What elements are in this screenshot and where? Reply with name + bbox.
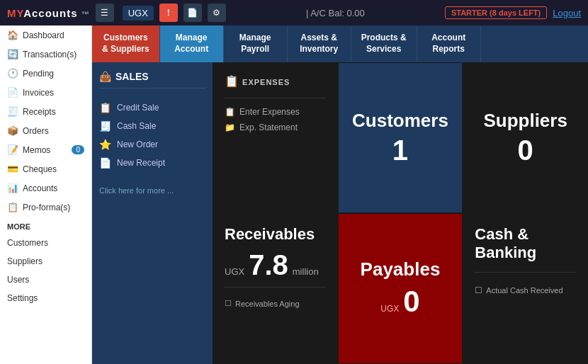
tile-suppliers: Suppliers 0 [463,62,588,213]
sales-item-credit-sale[interactable]: 📋 Credit Sale [99,98,205,117]
sidebar-item-accounts[interactable]: 📊 Accounts [0,178,91,198]
cashbanking-sub: ☐ Actual Cash Received [475,285,576,295]
sales-panel: 👜 SALES 📋 Credit Sale 🧾 Cash Sale ⭐ New … [92,62,213,364]
layout: 🏠 Dashboard 🔄 Transaction(s) 🕐 Pending 📄… [0,25,588,364]
settings-button[interactable]: ⚙ [208,4,226,22]
receivables-currency: UGX [225,266,244,277]
sidebar-item-receipts[interactable]: 🧾 Receipts [0,102,91,121]
proforma-icon: 📋 [7,202,18,212]
tab-products-services[interactable]: Products &Services [351,25,417,62]
pending-icon: 🕐 [7,68,18,79]
cash-sale-label: Cash Sale [117,121,156,131]
sidebar: 🏠 Dashboard 🔄 Transaction(s) 🕐 Pending 📄… [0,25,92,364]
sidebar-item-pending[interactable]: 🕐 Pending [0,64,91,83]
sidebar-label-orders: Orders [23,126,49,136]
orders-icon: 📦 [7,125,18,136]
tile-expenses: 📋 EXPENSES 📋 Enter Expenses 📁 Exp. State… [213,62,338,213]
payables-label: Payables [361,258,441,280]
sidebar-label-receipts: Receipts [23,107,56,117]
suppliers-label: Suppliers [483,110,567,132]
memos-icon: 📝 [7,144,18,155]
sidebar-item-settings[interactable]: Settings [0,289,91,307]
sidebar-item-proforma[interactable]: 📋 Pro-forma(s) [0,198,91,217]
acbal-display: | A/C Bal: 0.00 [239,8,432,18]
starter-badge[interactable]: STARTER (8 days LEFT) [445,6,547,19]
brand-logo: MYAccounts ™ [7,7,90,19]
sidebar-item-orders[interactable]: 📦 Orders [0,121,91,140]
sidebar-label-invoices: Invoices [23,88,54,98]
payables-amount: 0 [403,285,419,319]
customers-label: Customers [352,110,448,132]
sidebar-label-accounts: Accounts [23,183,57,193]
exclamation-button[interactable]: ! [159,4,178,22]
sidebar-label-memos: Memos [23,145,50,155]
sidebar-item-dashboard[interactable]: 🏠 Dashboard [0,25,91,45]
new-receipt-label: New Receipt [117,158,165,168]
credit-sale-icon: 📋 [99,102,111,113]
payables-currency: UGX [380,304,399,314]
cash-sale-icon: 🧾 [99,120,111,132]
tiles-grid: 📋 EXPENSES 📋 Enter Expenses 📁 Exp. State… [213,62,588,364]
sidebar-nav: 🏠 Dashboard 🔄 Transaction(s) 🕐 Pending 📄… [0,25,91,217]
expenses-icon: 📋 [225,75,239,87]
exp-statement-link[interactable]: 📁 Exp. Statement [225,123,326,132]
sidebar-label-pending: Pending [23,69,54,79]
cashbanking-checkbox-icon: ☐ [475,285,482,295]
tab-account-reports[interactable]: AccountReports [417,25,481,62]
tab-customers-suppliers[interactable]: Customers& Suppliers [92,25,160,62]
document-button[interactable]: 📄 [183,4,202,22]
enter-expenses-link[interactable]: 📋 Enter Expenses [225,107,326,117]
content-area: 👜 SALES 📋 Credit Sale 🧾 Cash Sale ⭐ New … [92,62,588,364]
tab-manage-account[interactable]: ManageAccount [160,25,224,62]
currency-display: UGX [123,6,154,21]
sales-item-new-receipt[interactable]: 📄 New Receipt [99,154,205,172]
customers-count: 1 [392,135,408,166]
sidebar-label-cheques: Cheques [23,164,57,174]
receipts-icon: 🧾 [7,106,18,117]
enter-expenses-icon: 📋 [225,107,235,117]
topbar: MYAccounts ™ ☰ UGX ! 📄 ⚙ | A/C Bal: 0.00… [0,0,588,25]
receivables-amount: 7.8 [249,249,288,281]
sidebar-item-transactions[interactable]: 🔄 Transaction(s) [0,45,91,64]
tab-manage-payroll[interactable]: ManagePayroll [224,25,288,62]
suppliers-center: Suppliers 0 [475,74,576,201]
sales-header: 👜 SALES [99,71,205,89]
dashboard-icon: 🏠 [7,30,18,40]
nav-tabs: Customers& Suppliers ManageAccount Manag… [92,25,588,62]
exp-statement-icon: 📁 [225,123,235,132]
receivables-label: Receivables [225,225,326,244]
receivables-aging-link[interactable]: ☐ Receivables Aging [225,299,326,308]
logout-button[interactable]: Logout [553,8,581,18]
cashbanking-label: Cash & Banking [475,225,576,262]
sales-item-new-order[interactable]: ⭐ New Order [99,135,205,154]
sales-label: SALES [115,71,149,82]
sidebar-item-cheques[interactable]: 💳 Cheques [0,159,91,178]
sidebar-label-settings: Settings [7,293,38,303]
sidebar-item-invoices[interactable]: 📄 Invoices [0,83,91,102]
sidebar-label-dashboard: Dashboard [23,30,64,40]
cheques-icon: 💳 [7,164,18,174]
main-content: Customers& Suppliers ManageAccount Manag… [92,25,588,364]
receivables-unit: million [293,266,319,277]
more-section-label: MORE [0,217,91,234]
hamburger-button[interactable]: ☰ [96,4,114,22]
memos-badge: 0 [72,145,84,154]
sidebar-item-users[interactable]: Users [0,271,91,289]
new-order-icon: ⭐ [99,139,111,150]
sidebar-label-customers: Customers [7,238,48,248]
sales-item-cash-sale[interactable]: 🧾 Cash Sale [99,117,205,135]
sales-more-link[interactable]: Click here for more ... [99,186,205,195]
invoices-icon: 📄 [7,87,18,98]
receivables-aging-icon: ☐ [225,299,232,308]
new-receipt-icon: 📄 [99,157,111,169]
tab-assets-inventory[interactable]: Assets &Inventory [288,25,351,62]
sidebar-label-users: Users [7,275,29,285]
sidebar-item-suppliers[interactable]: Suppliers [0,252,91,271]
transactions-icon: 🔄 [7,49,18,59]
sidebar-label-transactions: Transaction(s) [23,50,77,59]
sales-bag-icon: 👜 [99,71,111,82]
suppliers-count: 0 [518,135,533,166]
sidebar-item-customers[interactable]: Customers [0,234,91,252]
sidebar-item-memos[interactable]: 📝 Memos 0 [0,140,91,159]
payables-center: Payables UGX 0 [350,225,451,352]
